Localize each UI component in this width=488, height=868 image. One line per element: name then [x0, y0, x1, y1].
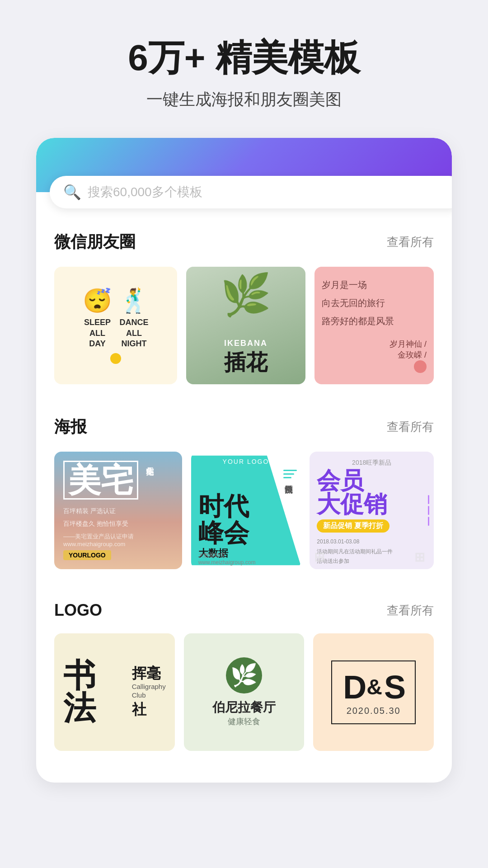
author-dot: [414, 360, 427, 373]
search-icon: 🔍: [63, 184, 81, 201]
dance-text: DANCEALLNIGHT: [119, 317, 149, 349]
wechat-section-title: 微信朋友圈: [54, 231, 136, 253]
ds-letters-row: D & S: [343, 669, 404, 706]
poem-line-1: 岁月是一场: [322, 276, 427, 294]
ikebana-plant-icon: 🌿: [221, 271, 271, 319]
wechat-section-header: 微信朋友圈 查看所有: [54, 231, 434, 253]
logo-section-title: LOGO: [54, 601, 102, 620]
dance-emoji: 🕺: [119, 287, 149, 315]
ds-s-char: S: [384, 669, 404, 706]
sleep-emoji: 😴: [83, 287, 112, 315]
wechat-template-sleep-dance[interactable]: 😴 SLEEPALLDAY 🕺 DANCEALLNIGHT: [54, 267, 177, 384]
bigdata-details: 大数据研究www.meizhaigroup.com: [198, 552, 294, 566]
meizhai-body-text: 百坪精装 严选认证 百坪楼盘久 抱恰恒享受: [63, 505, 173, 530]
ds-date: 2020.05.30: [347, 706, 401, 716]
restaurant-logo-leaf: 🌿: [226, 657, 262, 693]
poem-line-2: 向去无回的旅行: [322, 294, 427, 312]
poem-author-line1: 岁月神仙 /: [322, 339, 427, 349]
poster-section-title: 海报: [54, 416, 87, 438]
page-wrapper: 6万+ 精美模板 一键生成海报和朋友圈美图 🔍 搜索60,000多个模板 微信朋…: [0, 0, 488, 868]
wechat-view-all[interactable]: 查看所有: [387, 234, 434, 250]
hero-subtitle: 一键生成海报和朋友圈美图: [146, 89, 342, 111]
ikebana-en-text: IKEBANA: [193, 339, 298, 348]
member-details: 2018.03.01-03.08 活动期间凡在活动期间礼品一件 活动送出参加: [317, 537, 427, 566]
poster-template-bigdata[interactable]: YOUR LOGO 时代峰会 引领科技潮流 大数据 大数据研究www.meizh…: [191, 452, 301, 569]
calligraphy-main-char: 书法: [63, 660, 128, 725]
calligraphy-she-char: 社: [132, 700, 166, 720]
ikebana-zh-text: 插花: [193, 348, 298, 377]
poster-section-header: 海报 查看所有: [54, 416, 434, 438]
poem-author: 岁月神仙 / 金玫嵘 /: [322, 339, 427, 375]
member-deco-lines: [428, 495, 429, 526]
poem-lines: 岁月是一场 向去无回的旅行 路旁好的都是风景: [322, 276, 427, 330]
wechat-template-poem[interactable]: 岁月是一场 向去无回的旅行 路旁好的都是风景 岁月神仙 / 金玫嵘 /: [314, 267, 434, 384]
member-corner-h-left: ⊞: [314, 550, 324, 565]
sleep-col: 😴 SLEEPALLDAY: [83, 287, 112, 349]
meizhai-title: 美宅: [68, 462, 133, 498]
ds-ampersand-char: &: [366, 675, 382, 699]
logo-view-all[interactable]: 查看所有: [387, 603, 434, 618]
sleep-text: SLEEPALLDAY: [83, 317, 112, 349]
leaf-icon: 🌿: [230, 663, 258, 688]
logo-section: LOGO 查看所有 书法 挥毫 CalligraphyClub 社: [36, 578, 452, 760]
calligraphy-side-col: 挥毫 CalligraphyClub 社: [132, 665, 166, 719]
poster-template-grid: 美宅 尽美住宅宅商 百坪精装 严选认证 百坪楼盘久 抱恰恒享受 ——美宅置业产品…: [54, 452, 434, 569]
poster-template-meizhai[interactable]: 美宅 尽美住宅宅商 百坪精装 严选认证 百坪楼盘久 抱恰恒享受 ——美宅置业产品…: [54, 452, 182, 569]
ds-d-char: D: [343, 669, 365, 706]
wechat-section: 微信朋友圈 查看所有 😴 SLEEPALLDAY 🕺 DANCEALLNIGHT: [36, 208, 452, 393]
poem-line-3: 路旁好的都是风景: [322, 312, 427, 330]
member-year-tag: 2018旺季新品: [317, 459, 427, 467]
member-main-title: 会员大促销: [317, 469, 427, 516]
bigdata-title: 时代峰会: [198, 493, 296, 547]
logo-template-grid: 书法 挥毫 CalligraphyClub 社 🌿 伯尼拉餐厅 健康轻食: [54, 633, 434, 751]
ds-logo-inner: D & S 2020.05.30: [331, 660, 416, 724]
calligraphy-main-row: 书法 挥毫 CalligraphyClub 社: [63, 660, 166, 725]
logo-template-restaurant[interactable]: 🌿 伯尼拉餐厅 健康轻食: [184, 633, 305, 751]
poem-author-line2: 金玫嵘 /: [322, 349, 427, 360]
search-placeholder: 搜索60,000多个模板: [88, 184, 202, 201]
bigdata-logo-label: YOUR LOGO: [223, 458, 269, 465]
bigdata-main-text: 时代峰会: [198, 493, 296, 547]
sleep-dance-container: 😴 SLEEPALLDAY 🕺 DANCEALLNIGHT: [83, 287, 149, 349]
calligraphy-side-chars: 挥毫: [132, 665, 166, 682]
poster-section: 海报 查看所有 美宅 尽美住宅宅商: [36, 393, 452, 578]
member-corner-h-right: ⊞: [414, 550, 425, 565]
calligraphy-en-text: CalligraphyClub: [132, 682, 166, 700]
ikebana-label: IKEBANA 插花: [193, 339, 298, 377]
logo-section-header: LOGO 查看所有: [54, 601, 434, 620]
search-bar[interactable]: 🔍 搜索60,000多个模板: [50, 176, 452, 208]
yellow-dot: [110, 353, 121, 364]
member-promo-badge: 新品促销 夏季打折: [317, 519, 389, 533]
restaurant-sub: 健康轻食: [228, 716, 260, 727]
wechat-template-ikebana[interactable]: 🌿 IKEBANA 插花: [186, 267, 305, 384]
main-card: 🔍 搜索60,000多个模板 微信朋友圈 查看所有 😴 SLEEPALLDAY: [36, 138, 452, 783]
dance-col: 🕺 DANCEALLNIGHT: [119, 287, 149, 349]
poster-template-member[interactable]: 2018旺季新品 会员大促销 新品促销 夏季打折 2018.03.01-03.0…: [310, 452, 434, 569]
poster-card-1-inner: 美宅 尽美住宅宅商: [63, 461, 173, 500]
poster-view-all[interactable]: 查看所有: [387, 419, 434, 435]
logo-template-calligraphy[interactable]: 书法 挥毫 CalligraphyClub 社: [54, 633, 175, 751]
logo-template-ds[interactable]: D & S 2020.05.30: [313, 633, 434, 751]
hero-title: 6万+ 精美模板: [128, 36, 360, 80]
bigdata-wavy-deco: [283, 470, 297, 478]
wechat-template-grid: 😴 SLEEPALLDAY 🕺 DANCEALLNIGHT 🌿: [54, 267, 434, 384]
meizhai-date: ——美宅置业产品认证申请 www.meizhaigroup.com: [63, 533, 173, 547]
meizhai-logo-badge: YOURLOGO: [63, 550, 111, 560]
poster-meizhai-bottom: 百坪精装 严选认证 百坪楼盘久 抱恰恒享受 ——美宅置业产品认证申请 www.m…: [63, 505, 173, 560]
poster-meizhai-box: 美宅: [63, 461, 138, 500]
restaurant-name: 伯尼拉餐厅: [212, 699, 276, 716]
